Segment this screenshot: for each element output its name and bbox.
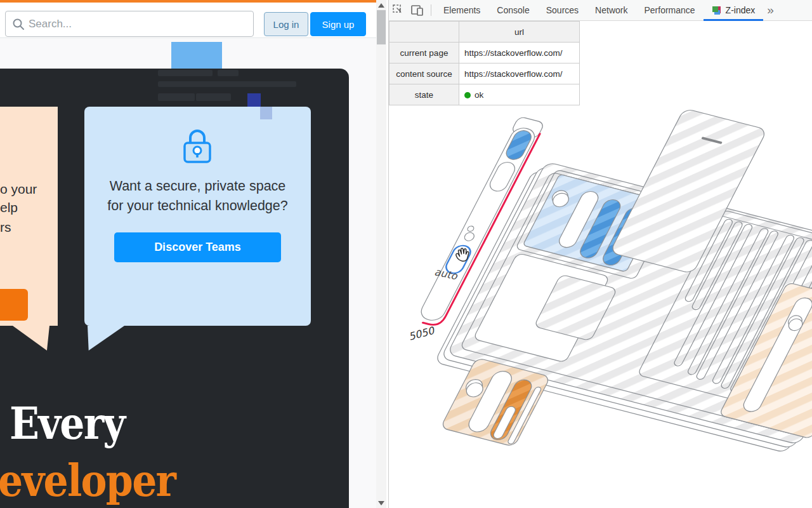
skeleton-bar	[158, 70, 213, 76]
hero-heading-line2: eveloper	[0, 454, 175, 507]
toolbar-separator	[431, 4, 431, 16]
scrollbar-down-arrow-icon[interactable]	[378, 501, 384, 505]
page-scrollbar[interactable]	[376, 0, 386, 508]
left-card-cta-button[interactable]	[0, 289, 28, 321]
left-card-tail	[13, 326, 49, 351]
table-header-row: url	[390, 22, 580, 43]
tab-performance[interactable]: Performance	[636, 0, 703, 21]
status-ok-dot	[464, 92, 471, 98]
tab-sources[interactable]: Sources	[538, 0, 587, 21]
more-tabs-icon[interactable]: »	[763, 3, 777, 17]
devtools-divider[interactable]	[388, 0, 389, 508]
site-header: Log in Sign up	[0, 0, 376, 38]
hero-left-card: o your elp rs	[0, 107, 58, 326]
tab-console[interactable]: Console	[488, 0, 537, 21]
table-row: state ok	[390, 84, 580, 105]
skeleton-bar	[196, 93, 231, 101]
search-input[interactable]	[29, 11, 251, 36]
skeleton-bar	[218, 70, 239, 76]
left-card-text: elp	[0, 200, 18, 215]
left-card-text: o your	[0, 182, 37, 197]
left-card-text: rs	[0, 220, 11, 235]
lock-icon	[183, 126, 211, 166]
state-value: ok	[459, 84, 580, 105]
hero-blue-rectangle	[171, 42, 222, 69]
teams-card-title: Want a secure, private space for your te…	[84, 177, 311, 216]
discover-teams-button[interactable]: Discover Teams	[114, 232, 281, 262]
table-row: current page https://stackoverflow.com/	[390, 43, 580, 64]
screen: Log in Sign up o your elp rs	[0, 0, 812, 508]
current-page-url: https://stackoverflow.com/	[459, 43, 580, 64]
table-row: content source https://stackoverflow.com…	[390, 64, 580, 84]
scrollbar-up-arrow-icon[interactable]	[378, 3, 384, 8]
tab-z-index[interactable]: Z-index	[704, 0, 764, 21]
signup-button[interactable]: Sign up	[310, 12, 366, 36]
content-source-url: https://stackoverflow.com/	[459, 64, 580, 84]
url-column-header: url	[459, 22, 580, 43]
hero-indigo-square	[247, 93, 261, 107]
tab-network[interactable]: Network	[587, 0, 636, 21]
inspect-element-icon[interactable]	[389, 2, 408, 18]
z-index-extension-icon	[712, 5, 722, 15]
device-toolbar-icon[interactable]	[408, 2, 427, 18]
page-layers-scene	[389, 72, 812, 508]
scrollbar-thumb[interactable]	[377, 10, 386, 44]
hero-heading-line1: Every	[10, 397, 124, 450]
z-index-label-5050: 5050	[407, 324, 436, 343]
zindex-info-table: url current page https://stackoverflow.c…	[389, 21, 580, 105]
devtools-toolbar: Elements Console Sources Network Perform…	[389, 0, 812, 21]
skeleton-bar	[158, 93, 195, 101]
search-box[interactable]	[5, 11, 254, 37]
hero-dark-panel: o your elp rs Want a secure, privat	[0, 69, 349, 508]
login-button[interactable]: Log in	[264, 12, 308, 36]
stackoverflow-page: Log in Sign up o your elp rs	[0, 0, 376, 508]
tab-elements[interactable]: Elements	[435, 0, 488, 21]
search-icon	[12, 18, 25, 30]
teams-card-tail	[88, 326, 124, 351]
teams-card: Want a secure, private space for your te…	[84, 107, 311, 326]
skeleton-bar	[158, 81, 296, 87]
devtools-panel: Elements Console Sources Network Perform…	[389, 0, 812, 508]
hero-lightblue-square	[260, 107, 272, 119]
